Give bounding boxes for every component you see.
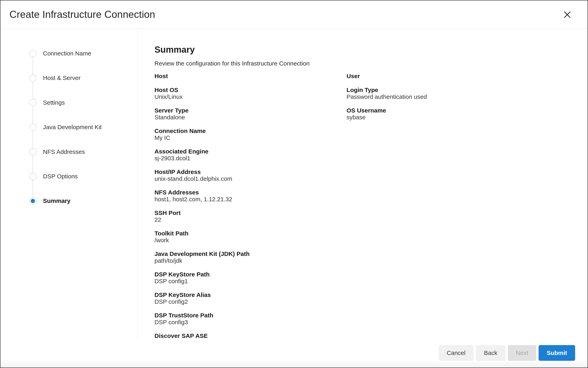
back-button[interactable]: Back [476,345,505,361]
field-label: Login Type [347,87,588,93]
summary-field: Discover SAP ASE [155,332,347,339]
section-title-user: User [347,73,588,80]
field-value: Standalone [155,114,347,121]
step-label: Connection Name [43,50,91,57]
step-circle-icon [29,124,36,131]
field-value: Password authentication used [347,93,588,100]
field-value: sj-2903.dcol1 [155,155,347,162]
summary-field: Associated Engine sj-2903.dcol1 [155,148,347,162]
step-nfs-addresses[interactable]: NFS Addresses [29,148,85,156]
summary-field: Server Type Standalone [155,107,347,121]
field-label: Java Development Kit (JDK) Path [155,250,347,257]
step-connection-name[interactable]: Connection Name [29,50,91,57]
step-label: Summary [43,197,71,204]
step-circle-icon [29,50,36,57]
step-label: DSP Options [43,173,78,180]
field-value: path/to/jdk [155,257,347,264]
summary-columns: Host Host OS Unix/Linux Server Type Stan… [155,73,588,340]
step-circle-icon [29,197,36,204]
summary-field: Login Type Password authentication used [347,87,588,100]
user-fields: Login Type Password authentication used … [347,87,588,121]
summary-field: Java Development Kit (JDK) Path path/to/… [155,250,347,264]
summary-field: Host OS Unix/Linux [155,87,347,100]
field-value: host1, host2.com, 1.12.21.32 [155,196,347,203]
dialog-footer: Cancel Back Next Submit [0,340,588,368]
summary-field: DSP KeyStore Alias DSP config2 [155,292,347,305]
field-value: DSP config2 [155,298,347,305]
user-column: User Login Type Password authentication … [347,73,588,340]
step-circle-icon [29,173,36,180]
field-label: SSH Port [155,210,347,216]
step-host-server[interactable]: Host & Server [29,74,81,82]
field-label: Discover SAP ASE [155,332,347,339]
dialog-header: Create Infrastructure Connection [0,0,588,28]
summary-field: SSH Port 22 [155,210,347,223]
step-label: Java Development Kit [43,124,102,131]
field-value: DSP config3 [155,319,347,326]
field-label: Host/IP Address [155,168,347,175]
field-label: NFS Addresses [155,189,347,196]
field-label: Connection Name [155,128,347,134]
dialog-body: Connection Name Host & Server Settings J… [0,28,588,340]
field-label: Toolkit Path [155,230,347,237]
field-label: Associated Engine [155,148,347,155]
step-label: Host & Server [43,74,81,82]
page-title: Summary [155,44,588,55]
field-label: OS Username [347,107,588,114]
close-icon [564,11,571,18]
field-label: DSP KeyStore Alias [155,292,347,298]
summary-field: DSP TrustStore Path DSP config3 [155,312,347,326]
step-label: NFS Addresses [43,148,85,156]
field-label: Host OS [155,87,347,93]
field-value: Unix/Linux [155,93,347,100]
section-title-host: Host [155,73,347,80]
field-label: DSP KeyStore Path [155,271,347,278]
step-java-development-kit[interactable]: Java Development Kit [29,124,102,131]
wizard-steps-sidebar: Connection Name Host & Server Settings J… [0,28,138,340]
host-fields: Host OS Unix/Linux Server Type Standalon… [155,87,347,339]
page-subtitle: Review the configuration for this Infras… [155,60,588,67]
close-button[interactable] [562,10,572,20]
field-value: unix-stand.dcol1.delphix.com [155,175,347,182]
field-value: sybase [347,114,588,121]
summary-field: Connection Name My IC [155,128,347,141]
field-value: 22 [155,216,347,223]
field-value: DSP config1 [155,278,347,285]
field-label: DSP TrustStore Path [155,312,347,319]
host-column: Host Host OS Unix/Linux Server Type Stan… [155,73,347,340]
step-label: Settings [43,99,65,106]
step-circle-icon [29,99,36,106]
step-summary[interactable]: Summary [29,197,71,204]
summary-field: OS Username sybase [347,107,588,121]
step-circle-icon [29,74,36,82]
dialog-title: Create Infrastructure Connection [9,9,155,20]
cancel-button[interactable]: Cancel [439,345,474,361]
field-value: My IC [155,134,347,141]
summary-content: Summary Review the configuration for thi… [138,28,588,340]
step-settings[interactable]: Settings [29,99,65,106]
step-dsp-options[interactable]: DSP Options [29,173,78,180]
summary-field: NFS Addresses host1, host2.com, 1.12.21.… [155,189,347,203]
summary-field: Host/IP Address unix-stand.dcol1.delphix… [155,168,347,182]
submit-button[interactable]: Submit [539,345,575,361]
summary-field: Toolkit Path /work [155,230,347,244]
create-infrastructure-connection-dialog: Create Infrastructure Connection Connect… [0,0,588,368]
summary-field: DSP KeyStore Path DSP config1 [155,271,347,285]
field-label: Server Type [155,107,347,114]
step-circle-icon [29,148,36,155]
next-button[interactable]: Next [508,345,536,361]
field-value: /work [155,237,347,244]
